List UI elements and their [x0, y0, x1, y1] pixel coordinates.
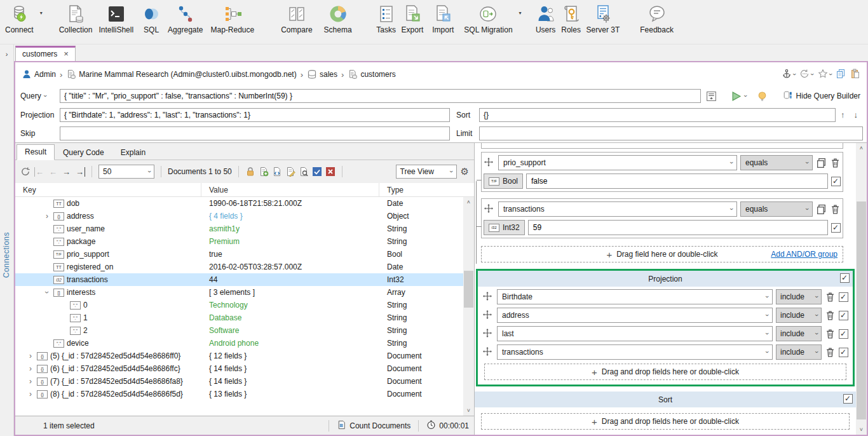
- sort-dropzone[interactable]: Drag and drop fields here or double-clic…: [481, 413, 850, 430]
- sort-section-checkbox[interactable]: [843, 394, 853, 404]
- tab-explain[interactable]: Explain: [112, 145, 154, 160]
- chevron-down-icon[interactable]: ▾: [519, 10, 522, 16]
- sort-ascending-icon[interactable]: [841, 110, 845, 119]
- projection-mode-select[interactable]: include: [776, 344, 822, 360]
- paste-button[interactable]: [850, 69, 860, 81]
- query-dropzone[interactable]: Drag field here or double-click Add AND/…: [481, 246, 843, 262]
- expander-icon[interactable]: ›: [27, 364, 34, 373]
- sort-input[interactable]: [479, 108, 836, 122]
- toolbar-item-map-reduce[interactable]: ▾ Map-Reduce: [211, 0, 255, 34]
- breadcrumb-item-sales[interactable]: sales: [307, 69, 337, 79]
- scroll-up-icon[interactable]: [463, 197, 474, 207]
- scroll-down-icon[interactable]: [463, 405, 474, 416]
- value-type-button[interactable]: T/F Bool: [484, 174, 523, 189]
- copy-button[interactable]: [836, 69, 846, 81]
- projection-field-select[interactable]: transactions: [497, 344, 773, 360]
- query-label[interactable]: Query: [19, 92, 60, 100]
- hint-bulb-icon[interactable]: [757, 91, 768, 102]
- next-page-icon[interactable]: →: [62, 167, 71, 177]
- tree-row[interactable]: › {} (6) {_id : 57d28452ed5d4d54e8686ffc…: [15, 362, 463, 375]
- tree-row[interactable]: T/F prio_support true Bool: [15, 248, 463, 261]
- condition-operator-select[interactable]: equals: [740, 155, 813, 170]
- expander-icon[interactable]: ›: [43, 289, 51, 296]
- chevron-down-icon[interactable]: ▾: [40, 10, 43, 16]
- tree-row[interactable]: › [] interests [ 3 elements ] Array: [15, 286, 463, 299]
- move-icon[interactable]: [482, 328, 494, 339]
- projection-enabled-checkbox[interactable]: [839, 311, 848, 320]
- trash-icon[interactable]: [830, 204, 841, 215]
- remove-badge-icon[interactable]: [325, 167, 336, 177]
- condition-operator-select[interactable]: equals: [740, 201, 813, 217]
- duplicate-icon[interactable]: [816, 204, 827, 215]
- toolbar-item-schema[interactable]: ▾ Schema: [324, 0, 352, 34]
- expander-icon[interactable]: ›: [27, 351, 34, 360]
- page-size-select[interactable]: 50: [98, 165, 154, 179]
- chevron-down-icon[interactable]: [827, 73, 832, 75]
- move-icon[interactable]: [484, 157, 495, 168]
- expand-sidebar-button[interactable]: [2, 50, 12, 60]
- condition-enabled-checkbox[interactable]: [831, 177, 841, 186]
- projection-mode-select[interactable]: include: [776, 308, 822, 323]
- add-document-icon[interactable]: [259, 167, 269, 177]
- toolbar-item-export[interactable]: ▾ Export: [402, 0, 424, 34]
- scroll-up-icon[interactable]: [856, 143, 867, 153]
- check-badge-icon[interactable]: [312, 167, 322, 177]
- value-type-button[interactable]: i32 Int32: [484, 220, 525, 235]
- projection-enabled-checkbox[interactable]: [839, 292, 848, 302]
- tree-row[interactable]: "." 0 Technology String: [15, 299, 463, 311]
- projection-field-select[interactable]: address: [497, 308, 773, 323]
- projection-dropzone[interactable]: Drag and drop fields here or double-clic…: [484, 364, 846, 380]
- toolbar-item-compare[interactable]: ▾ Compare: [281, 0, 312, 34]
- toolbar-item-import[interactable]: ▾ Import: [432, 0, 454, 34]
- tree-row[interactable]: TT dob 1990-06-18T21:58:21.000Z Date: [15, 197, 463, 210]
- chevron-down-icon[interactable]: [743, 95, 748, 97]
- column-header-key[interactable]: Key: [15, 183, 201, 196]
- run-query-icon[interactable]: [731, 91, 742, 102]
- chevron-down-icon[interactable]: [792, 73, 797, 75]
- move-icon[interactable]: [482, 346, 494, 358]
- toolbar-item-server-3t[interactable]: ▾ Server 3T: [587, 0, 620, 34]
- toolbar-item-tasks[interactable]: ▾ Tasks: [376, 0, 397, 34]
- toolbar-item-sql-migration[interactable]: ▾ SQL Migration: [464, 0, 512, 34]
- anchor-button[interactable]: [782, 69, 795, 81]
- column-header-value[interactable]: Value: [201, 183, 379, 196]
- history-button[interactable]: [799, 69, 813, 81]
- toolbar-item-connect[interactable]: ▾ Connect: [5, 0, 34, 34]
- trash-icon[interactable]: [825, 347, 836, 358]
- tree-row[interactable]: › {} address { 4 fields } Object: [15, 210, 463, 222]
- favorite-button[interactable]: [818, 69, 831, 81]
- count-documents-button[interactable]: Count Documents: [337, 420, 410, 432]
- scrollbar-thumb[interactable]: [464, 271, 473, 308]
- condition-value-input[interactable]: [526, 174, 828, 189]
- duplicate-icon[interactable]: [816, 158, 827, 168]
- expander-icon[interactable]: ›: [27, 377, 34, 386]
- projection-section-checkbox[interactable]: [840, 273, 850, 283]
- format-query-icon[interactable]: [706, 91, 717, 102]
- tree-row[interactable]: › {} (5) {_id : 57d28452ed5d4d54e8686ff0…: [15, 350, 463, 362]
- projection-enabled-checkbox[interactable]: [839, 329, 848, 339]
- projection-mode-select[interactable]: include: [776, 326, 822, 341]
- first-page-icon[interactable]: ←: [34, 167, 44, 177]
- tree-row[interactable]: "." 1 Database String: [15, 311, 463, 324]
- toolbar-item-feedback[interactable]: ▾ Feedback: [640, 0, 674, 34]
- condition-field-select[interactable]: prio_support: [498, 155, 737, 170]
- document-code-icon[interactable]: [272, 167, 282, 177]
- last-page-icon[interactable]: →: [75, 167, 85, 177]
- limit-input[interactable]: [479, 126, 863, 140]
- breadcrumb-item-customers[interactable]: customers: [348, 69, 395, 79]
- toolbar-item-roles[interactable]: ▾ Roles: [561, 0, 581, 34]
- condition-enabled-checkbox[interactable]: [831, 223, 841, 233]
- projection-input[interactable]: [60, 108, 450, 122]
- breadcrumb-item-admin[interactable]: Admin: [22, 69, 56, 79]
- refresh-icon[interactable]: [20, 167, 31, 177]
- skip-input[interactable]: [60, 126, 450, 140]
- tree-row[interactable]: › {} (8) {_id : 57d28452ed5d4d54e8686f5d…: [15, 388, 463, 400]
- projection-field-select[interactable]: last: [497, 326, 773, 341]
- toolbar-item-aggregate[interactable]: ▾ Aggregate: [168, 0, 203, 34]
- hide-query-builder-button[interactable]: Hide Query Builder: [783, 90, 860, 102]
- trash-icon[interactable]: [830, 158, 841, 168]
- gear-icon[interactable]: [461, 166, 469, 177]
- expander-icon[interactable]: ›: [27, 390, 34, 399]
- tree-row[interactable]: i32 transactions 44 Int32: [15, 273, 463, 286]
- move-icon[interactable]: [482, 291, 494, 303]
